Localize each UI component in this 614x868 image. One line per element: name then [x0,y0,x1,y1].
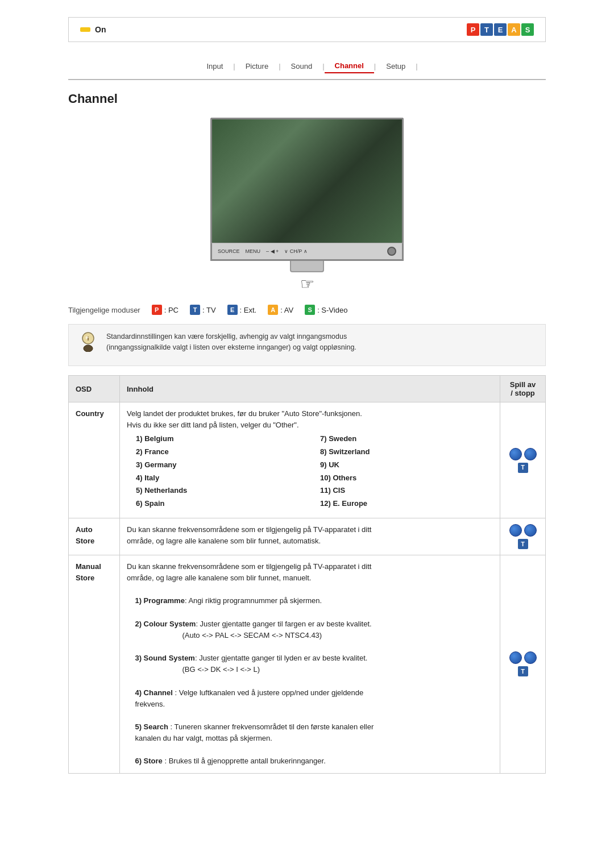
svg-line-10 [298,150,306,160]
list-item: 3) Germany [136,459,309,471]
mode-tv-label: : TV [202,306,216,314]
svg-point-4 [240,209,375,243]
tv-mockup: SOURCE MENU – ◀ + ∨ CH/P ∧ ☞ [210,118,404,293]
mode-ext: E : Ext. [227,305,257,315]
svg-point-6 [329,190,335,197]
circle-btn-6 [524,651,537,664]
tv-butterfly-svg [212,119,402,243]
on-indicator: On [80,25,106,34]
circle-btns [509,448,537,460]
content-autostore: Du kan skanne frekvensområdene som er ti… [120,518,500,555]
brand-badges: P T E A S [467,23,534,36]
table-row-manualstore: ManualStore Du kan skanne frekvensområde… [69,555,546,774]
osd-country: Country [69,402,120,518]
info-text: Standardinnstillingen kan være forskjell… [106,331,356,353]
circle-btn-2 [524,448,537,460]
btn-icons-country: T [507,448,538,473]
tv-bottom-bar: SOURCE MENU – ◀ + ∨ CH/P ∧ [210,243,404,261]
t-badge: T [518,463,528,473]
page-title: Channel [68,92,546,106]
col-spill: Spill av/ stopp [500,376,546,402]
mode-av-label: : AV [280,306,293,314]
tv-controls-text: SOURCE MENU – ◀ + ∨ CH/P ∧ [218,248,308,254]
info-box: i Standardinnstillingen kan være forskje… [68,324,546,366]
badge-a: A [508,23,520,36]
mode-av: A : AV [268,305,293,315]
tv-screen [210,118,404,243]
tv-image-container: SOURCE MENU – ◀ + ∨ CH/P ∧ ☞ [68,118,546,293]
svg-point-3 [307,176,402,243]
svg-rect-1 [212,119,402,243]
mode-s-icon: S [305,305,315,315]
t-badge-2: T [518,539,528,549]
list-item: 10) Others [320,472,493,484]
mode-pc: P : PC [152,305,179,315]
nav-item-sound[interactable]: Sound [281,60,323,73]
circle-btns-3 [509,651,537,664]
badge-e: E [494,23,507,36]
mode-tv: T : TV [190,305,216,315]
on-label: On [95,25,106,34]
mode-e-icon: E [227,305,238,315]
table-row-autostore: AutoStore Du kan skanne frekvensområdene… [69,518,546,555]
top-bar: On P T E A S [68,17,546,42]
nav-divider [68,80,546,80]
btn-icons-autostore: T [507,524,538,549]
content-manualstore: Du kan skanne frekvensområdene som er ti… [120,555,500,774]
tv-power-button[interactable] [387,247,396,256]
col-innhold: Innhold [120,376,500,402]
tv-stand [290,261,324,272]
t-badge-3: T [518,666,528,676]
osd-manualstore: ManualStore [69,555,120,774]
circle-btn-3 [509,524,522,537]
tv-hand-icon: ☞ [210,275,404,293]
main-content: Channel [68,92,546,774]
nav-item-input[interactable]: Input [196,60,233,73]
icons-manualstore: T [500,555,546,774]
table-row-country: Country Velg landet der produktet brukes… [69,402,546,518]
list-item: 4) Italy [136,472,309,484]
col-osd: OSD [69,376,120,402]
badge-t: T [480,23,493,36]
svg-point-8 [316,200,321,205]
svg-text:i: i [88,336,89,342]
mode-p-icon: P [152,305,162,315]
circle-btn-4 [524,524,537,537]
icons-country: T [500,402,546,518]
svg-point-15 [84,345,93,352]
circle-btn-1 [509,448,522,460]
svg-rect-0 [212,119,402,243]
list-item: 9) UK [320,459,493,471]
icons-autostore: T [500,518,546,555]
osd-autostore: AutoStore [69,518,120,555]
list-item: 2) France [136,446,309,458]
badge-p: P [467,23,479,36]
mode-svideo: S : S-Video [305,305,347,315]
list-item: 8) Switzerland [320,446,493,458]
modes-row: Tilgjengelige moduser P : PC T : TV E : … [68,305,546,315]
content-table: OSD Innhold Spill av/ stopp Country Velg… [68,375,546,774]
list-item: 5) Netherlands [136,485,309,497]
svg-point-2 [212,192,301,243]
btn-icons-manualstore: T [507,651,538,676]
mode-ext-label: : Ext. [240,306,257,314]
svg-point-5 [320,193,329,202]
nav-bar: Input | Picture | Sound | Channel | Setu… [68,59,546,80]
svg-point-13 [315,148,317,151]
on-dot [80,27,90,32]
list-item: 11) CIS [320,485,493,497]
list-item: 1) Belgium [136,433,309,445]
nav-item-picture[interactable]: Picture [235,60,279,73]
mode-svideo-label: : S-Video [317,306,347,314]
nav-item-channel[interactable]: Channel [325,59,374,73]
list-item: 6) Spain [136,498,309,510]
svg-point-12 [297,148,299,151]
svg-point-9 [303,159,312,193]
circle-btns-2 [509,524,537,537]
modes-label: Tilgjengelige moduser [68,306,140,314]
svg-line-11 [308,150,316,160]
list-item: 7) Sweden [320,433,493,445]
svg-point-7 [334,197,342,205]
info-icon: i [78,331,98,359]
nav-item-setup[interactable]: Setup [376,60,416,73]
